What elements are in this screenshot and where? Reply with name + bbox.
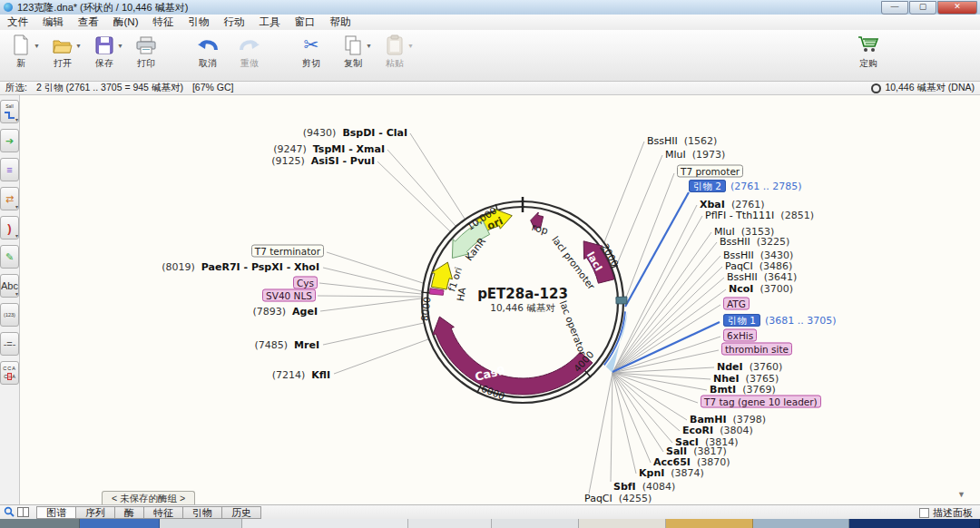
sidebar-enzyme-tool[interactable]: SalI▾ <box>0 100 19 123</box>
sidebar-feature-arrow-tool[interactable]: ➔ <box>0 129 19 152</box>
enzyme-label[interactable]: (7485) MreI <box>254 339 319 351</box>
tab-历史[interactable]: 历史 <box>221 506 261 519</box>
menu-item[interactable]: 查看 <box>71 15 106 30</box>
feature-HA[interactable] <box>429 288 444 296</box>
toolbar-button-undo[interactable]: 取消 <box>187 34 229 70</box>
describe-panel-label: 描述面板 <box>933 506 973 520</box>
selected-label: 所选: <box>5 82 27 94</box>
split-view-icon[interactable] <box>17 507 29 519</box>
scroll-down-arrow[interactable]: ▼ <box>957 490 965 499</box>
dropdown-arrow-icon[interactable]: ▼ <box>34 43 40 49</box>
menu-item[interactable]: 工具 <box>251 15 287 30</box>
menu-item[interactable]: 文件 <box>0 15 35 30</box>
feature-box-label[interactable]: ATG <box>723 298 750 310</box>
enzyme-label[interactable]: SbfI (4084) <box>613 481 675 493</box>
tab-序列[interactable]: 序列 <box>75 506 115 519</box>
taskbar-item[interactable] <box>408 519 492 528</box>
enzyme-label[interactable]: BmtI (3769) <box>710 384 776 396</box>
sidebar-text-tool[interactable]: Abc▾ <box>0 274 19 298</box>
dropdown-arrow-icon[interactable]: ▾ <box>15 116 18 122</box>
enzyme-label[interactable]: (9247) TspMI - XmaI <box>273 143 385 155</box>
feature-box-label[interactable]: T7 tag (gene 10 leader) <box>701 396 821 408</box>
enzyme-label[interactable]: (7893) AgeI <box>252 306 318 318</box>
minimize-button[interactable]: — <box>881 1 908 15</box>
enzyme-label[interactable]: NdeI (3760) <box>717 361 782 373</box>
toolbar-button-cut[interactable]: ✂剪切 <box>290 34 332 70</box>
callout-line <box>604 142 644 242</box>
toolbar-button-new[interactable]: 新▼ <box>0 34 42 70</box>
dropdown-arrow-icon[interactable]: ▼ <box>366 43 372 49</box>
primer-label[interactable]: 引物 1(3681 .. 3705) <box>723 315 837 328</box>
dropdown-arrow-icon[interactable]: ▼ <box>117 43 123 49</box>
tab-特征[interactable]: 特征 <box>143 506 183 519</box>
sidebar-primer-tool[interactable]: ≡ <box>0 158 19 181</box>
zoom-search-icon[interactable] <box>4 506 15 519</box>
enzyme-label[interactable]: BssHII (1562) <box>647 135 717 147</box>
callout-line <box>589 373 612 494</box>
menu-item[interactable]: 编辑 <box>35 15 71 30</box>
dropdown-arrow-icon[interactable]: ▼ <box>75 43 82 49</box>
menu-item[interactable]: 帮助 <box>322 15 358 30</box>
enzyme-label[interactable]: (9125) AsiSI - PvuI <box>271 155 375 167</box>
feature-box-label[interactable]: Cys <box>293 278 318 289</box>
taskbar-item[interactable] <box>0 519 80 528</box>
primer-label[interactable]: 引物 2(2761 .. 2785) <box>689 181 802 193</box>
taskbar-item[interactable] <box>80 519 160 528</box>
redo-icon <box>229 34 270 57</box>
orf-arrows-tool-icon: ⇄ <box>5 195 14 203</box>
close-button[interactable]: ✕ <box>937 1 977 15</box>
taskbar-item[interactable] <box>579 519 666 528</box>
dropdown-arrow-icon[interactable]: ▾ <box>15 232 18 239</box>
enzyme-label[interactable]: (8019) PaeR7I - PspXI - XhoI <box>162 261 319 273</box>
taskbar-item[interactable] <box>492 519 579 528</box>
menu-item[interactable]: 特征 <box>145 15 181 30</box>
sidebar-translation-arc-tool[interactable]: )▾ <box>0 216 19 240</box>
toolbar-button-copy[interactable]: 复制▼ <box>332 34 374 70</box>
feature-box-label[interactable]: T7 promoter <box>677 166 743 178</box>
toolbar-button-open[interactable]: 打开▼ <box>42 34 83 70</box>
menu-item[interactable]: 引物 <box>181 15 216 30</box>
menu-item[interactable]: 行动 <box>216 15 251 30</box>
dropdown-arrow-icon[interactable]: ▾ <box>15 290 18 297</box>
enzyme-label[interactable]: (7214) KflI <box>272 369 330 381</box>
callout-line <box>612 278 724 373</box>
toolbar-button-print[interactable]: 打印 <box>125 34 167 70</box>
enzyme-label[interactable]: PaqCI (4255) <box>584 493 652 504</box>
enzyme-set-tab[interactable]: < 未保存的酶组 > <box>102 491 195 505</box>
sidebar-orf-arrows-tool[interactable]: ⇄▾ <box>0 187 19 210</box>
enzyme-label[interactable]: KpnI (3874) <box>639 467 704 479</box>
feature-box-label[interactable]: thrombin site <box>721 344 792 356</box>
taskbar-item[interactable] <box>849 519 980 528</box>
menu-item[interactable]: 窗口 <box>287 15 322 30</box>
enzyme-label[interactable]: NcoI (3700) <box>729 283 793 295</box>
taskbar-item[interactable] <box>666 519 753 528</box>
menu-item[interactable]: 酶(N) <box>106 15 145 30</box>
taskbar-item[interactable] <box>160 519 241 528</box>
tick-label: 8000 <box>419 297 433 322</box>
enzyme-label[interactable]: BssHII (3225) <box>720 236 789 248</box>
feature-box-label[interactable]: 6xHis <box>723 330 757 342</box>
tab-引物[interactable]: 引物 <box>182 506 222 519</box>
tab-酶[interactable]: 酶 <box>114 506 144 519</box>
order-button[interactable]: 定购 <box>848 34 889 70</box>
maximize-button[interactable]: ▢ <box>909 1 936 15</box>
sidebar-alignment-tool[interactable]: CCAC–A <box>0 361 19 385</box>
enzyme-label[interactable]: (9430) BspDI - ClaI <box>303 127 407 139</box>
dropdown-arrow-icon[interactable]: ▾ <box>15 203 18 210</box>
taskbar-item[interactable] <box>753 519 849 528</box>
sidebar-annotate-tool[interactable]: ✎ <box>0 245 19 269</box>
feature-box-label[interactable]: SV40 NLS <box>262 290 316 302</box>
enzyme-label[interactable]: MluI (1973) <box>665 149 725 161</box>
enzyme-label[interactable]: BssHII (3641) <box>727 271 797 283</box>
dropdown-arrow-icon[interactable]: ▼ <box>407 43 414 49</box>
sidebar-numbering-tool[interactable]: (123) <box>0 303 19 327</box>
toolbar-button-save[interactable]: 保存▼ <box>83 34 125 70</box>
taskbar-item[interactable] <box>242 519 408 528</box>
enzyme-label[interactable]: EcoRI (3804) <box>682 425 753 436</box>
feature-lac-operator-marker[interactable] <box>616 297 627 304</box>
describe-panel-checkbox[interactable] <box>919 508 929 518</box>
feature-box-label[interactable]: T7 terminator <box>251 246 324 258</box>
sidebar-ruler-tool[interactable]: -=- <box>0 332 19 356</box>
enzyme-label[interactable]: PflFI - Tth111I (2851) <box>705 210 814 221</box>
tab-图谱[interactable]: 图谱 <box>36 506 76 519</box>
